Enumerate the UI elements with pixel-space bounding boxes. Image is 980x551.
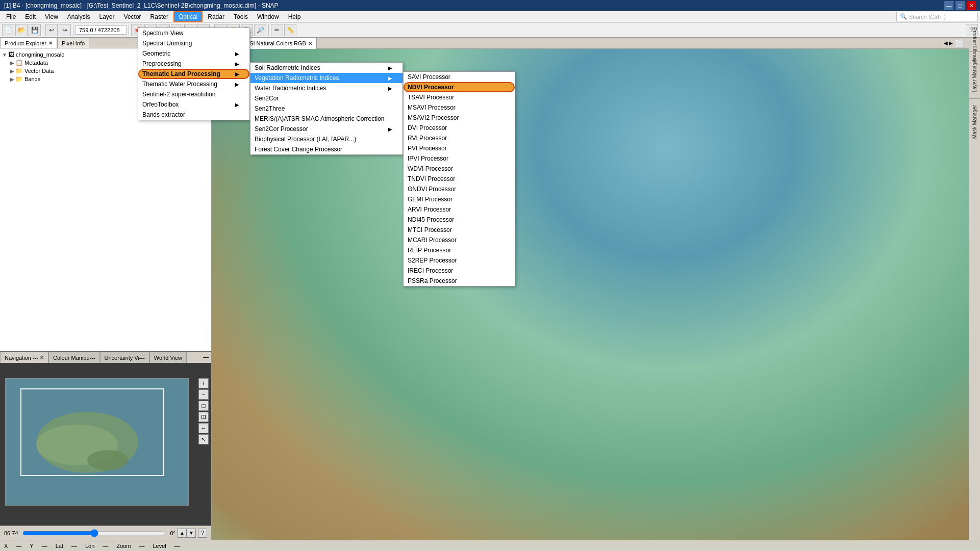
nav-panel: Navigation --- ✕ Colour Manipu--- Uncert… <box>0 351 211 540</box>
scroll-right-btn[interactable]: ▶ <box>949 40 953 46</box>
menu-window[interactable]: Window <box>253 11 283 22</box>
new-btn[interactable]: 📄 <box>2 24 14 36</box>
thematic-biophysical[interactable]: Biophysical Processor (LAI, fAPAR...) <box>250 134 403 144</box>
menu-file[interactable]: File <box>2 11 20 22</box>
measure-btn[interactable]: 📏 <box>284 24 296 36</box>
veg-mtci[interactable]: MTCI Processor <box>404 225 515 235</box>
tab-pixel-info[interactable]: Pixel Info <box>57 38 89 48</box>
thematic-sen2three[interactable]: Sen2Three <box>250 103 403 114</box>
thematic-biophysical-label: Biophysical Processor (LAI, fAPAR...) <box>255 136 356 143</box>
veg-rvi[interactable]: RVI Processor <box>404 133 515 143</box>
veg-gemi[interactable]: GEMI Processor <box>404 194 515 204</box>
nav-tab-colour[interactable]: Colour Manipu--- <box>48 352 100 363</box>
nav-angle-value: 0° <box>170 530 175 536</box>
veg-tndvi[interactable]: TNDVI Processor <box>404 174 515 184</box>
product-explorer-close[interactable]: ✕ <box>48 40 53 46</box>
angle-up[interactable]: ▲ <box>178 529 187 538</box>
scroll-left-btn[interactable]: ◀ <box>944 40 948 46</box>
optical-spectrum-view[interactable]: Spectrum View <box>138 28 249 38</box>
optical-thematic-land[interactable]: Thematic Land Processing ▶ <box>138 69 249 79</box>
optical-sentinel2-super[interactable]: Sentinel-2 super-resolution <box>138 89 249 99</box>
thematic-menu[interactable]: Soil Radiometric Indices ▶ Vegetation Ra… <box>250 62 403 155</box>
menu-radar[interactable]: Radar <box>204 11 229 22</box>
veg-ndi45[interactable]: NDI45 Processor <box>404 215 515 225</box>
thematic-sen2cor[interactable]: Sen2Cor <box>250 93 403 103</box>
search-bar[interactable]: 🔍 Search (Ctrl+I) <box>896 12 978 21</box>
cursor-nav[interactable]: ↖ <box>198 434 209 444</box>
redo-btn[interactable]: ↪ <box>59 24 71 36</box>
status-x-sep: — <box>16 543 21 549</box>
zoom-box-nav[interactable]: □ <box>198 401 209 411</box>
thematic-vegetation[interactable]: Vegetation Radiometric Indices ▶ <box>250 73 403 83</box>
thematic-forest-cover[interactable]: Forest Cover Change Processor <box>250 144 403 154</box>
veg-dvi[interactable]: DVI Processor <box>404 123 515 133</box>
preprocessing-arrow: ▶ <box>235 61 239 67</box>
nav-tab-world-view[interactable]: World View <box>149 352 187 363</box>
save-btn[interactable]: 💾 <box>29 24 41 36</box>
optical-spectral-unmixing[interactable]: Spectral Unmixing <box>138 38 249 48</box>
thematic-soil[interactable]: Soil Radiometric Indices ▶ <box>250 63 403 73</box>
nav-tab-uncertainty[interactable]: Uncertainty Vi--- <box>100 352 149 363</box>
tab-product-explorer[interactable]: Product Explorer ✕ <box>0 38 57 48</box>
img-tab-close[interactable]: ✕ <box>308 41 312 46</box>
menu-view[interactable]: View <box>41 11 62 22</box>
menu-tools[interactable]: Tools <box>230 11 252 22</box>
zoom-out-nav[interactable]: − <box>198 389 209 400</box>
open-btn[interactable]: 📂 <box>15 24 28 36</box>
thematic-meris[interactable]: MERIS/(A)ATSR SMAC Atmospheric Correctio… <box>250 114 403 124</box>
maximize-button[interactable]: □ <box>956 1 965 10</box>
optical-preprocessing[interactable]: Preprocessing ▶ <box>138 59 249 69</box>
close-button[interactable]: ✕ <box>967 1 976 10</box>
veg-ndvi[interactable]: NDVI Processor <box>404 82 515 92</box>
sync-nav[interactable]: ↔ <box>198 423 209 433</box>
menu-vector[interactable]: Vector <box>120 11 145 22</box>
menu-edit[interactable]: Edit <box>21 11 40 22</box>
optical-orfeo[interactable]: OrfeoToolbox ▶ <box>138 99 249 110</box>
veg-wdvi[interactable]: WDVI Processor <box>404 164 515 174</box>
veg-s2rep[interactable]: S2REP Processor <box>404 255 515 266</box>
nav-panel-minimize[interactable]: — <box>201 353 211 362</box>
search-icon: 🔍 <box>900 13 907 20</box>
expand-btn[interactable]: ⬜ <box>954 39 965 47</box>
nav-tab-navigation-close[interactable]: ✕ <box>40 355 44 360</box>
vegetation-menu[interactable]: SAVI Processor NDVI Processor TSAVI Proc… <box>403 71 515 286</box>
veg-msavi2[interactable]: MSAVI2 Processor <box>404 113 515 123</box>
minimize-button[interactable]: — <box>944 1 953 10</box>
thematic-water[interactable]: Water Radiometric Indices ▶ <box>250 83 403 93</box>
optical-geometric[interactable]: Geometric ▶ <box>138 48 249 59</box>
zoom-fit-nav[interactable]: ⊡ <box>198 412 209 422</box>
optical-menu[interactable]: Spectrum View Spectral Unmixing Geometri… <box>138 28 250 120</box>
veg-mcari[interactable]: MCARI Processor <box>404 235 515 245</box>
right-panel-layer-manager[interactable]: Layer Manager <box>970 54 979 96</box>
menu-help[interactable]: Help <box>284 11 305 22</box>
veg-pvi[interactable]: PVI Processor <box>404 143 515 153</box>
veg-gndvi[interactable]: GNDVI Processor <box>404 184 515 194</box>
veg-ipvi[interactable]: IPVI Processor <box>404 153 515 164</box>
veg-msavi[interactable]: MSAVI Processor <box>404 102 515 113</box>
draw-btn[interactable]: ✏ <box>271 24 283 36</box>
veg-pssra[interactable]: PSSRa Processor <box>404 276 515 286</box>
veg-savi[interactable]: SAVI Processor <box>404 72 515 82</box>
optical-bands-extractor[interactable]: Bands extractor <box>138 110 249 120</box>
menu-optical[interactable]: Optical <box>173 11 203 22</box>
right-panel-mask-manager[interactable]: Mask Manager <box>970 101 979 143</box>
zoom-in-nav[interactable]: + <box>198 378 209 388</box>
veg-reip[interactable]: REIP Processor <box>404 245 515 255</box>
menu-analysis[interactable]: Analysis <box>63 11 94 22</box>
nav-tab-navigation[interactable]: Navigation --- ✕ <box>0 352 48 363</box>
zoom-out-btn[interactable]: 🔎 <box>254 24 266 36</box>
help-nav[interactable]: ? <box>198 529 207 538</box>
angle-down[interactable]: ▼ <box>187 529 196 538</box>
veg-arvi[interactable]: ARVI Processor <box>404 204 515 215</box>
app-title: [1] B4 - [chongming_mosaic] - [G:\Test_S… <box>4 2 279 9</box>
optical-thematic-water[interactable]: Thematic Water Processing ▶ <box>138 79 249 89</box>
menu-raster[interactable]: Raster <box>146 11 172 22</box>
zoom-slider[interactable] <box>22 529 166 537</box>
menu-layer[interactable]: Layer <box>95 11 119 22</box>
undo-btn[interactable]: ↩ <box>45 24 58 36</box>
veg-tsavi[interactable]: TSAVI Processor <box>404 92 515 102</box>
thematic-sen2cor-proc[interactable]: Sen2Cor Processor ▶ <box>250 124 403 134</box>
status-lon-label: Lon <box>85 543 94 549</box>
veg-ireci[interactable]: IRECI Processor <box>404 266 515 276</box>
thematic-water-arrow: ▶ <box>235 82 239 87</box>
